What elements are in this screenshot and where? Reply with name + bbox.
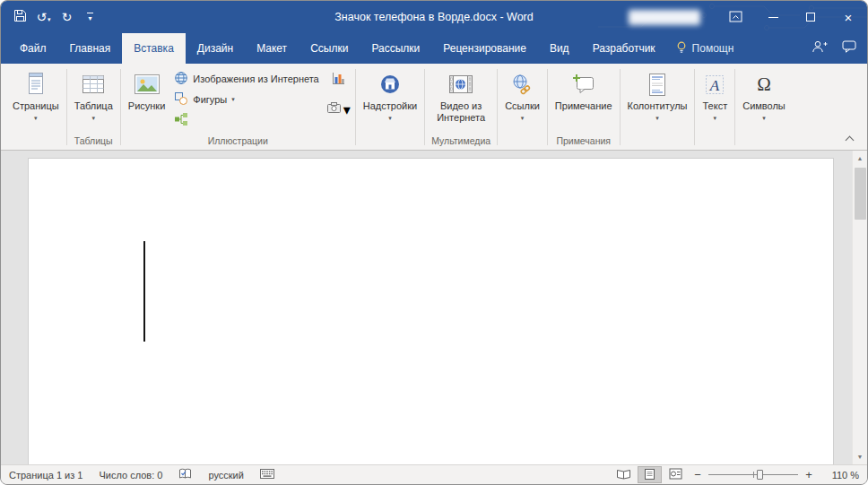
shapes-icon	[174, 91, 188, 108]
symbols-button[interactable]: Ω Символы ▾	[737, 66, 791, 122]
close-button[interactable]: ×	[829, 1, 867, 33]
screenshot-button[interactable]: ▾	[324, 100, 353, 119]
pages-button[interactable]: Страницы ▾	[7, 66, 65, 122]
text-cursor	[143, 241, 145, 342]
zoom-level-label: 110 %	[832, 470, 859, 481]
tab-layout[interactable]: Макет	[245, 33, 299, 64]
save-icon	[13, 9, 27, 25]
page-number-indicator[interactable]: Страница 1 из 1	[9, 470, 82, 481]
tables-group-label: Таблицы	[67, 134, 120, 150]
shapes-button[interactable]: Фигуры ▾	[170, 89, 322, 109]
person-plus-icon	[812, 40, 828, 56]
text-icon: А	[704, 68, 725, 100]
scroll-down-icon: ▼	[857, 454, 864, 460]
redo-button[interactable]: ↻	[56, 5, 77, 29]
tab-design[interactable]: Дизайн	[186, 33, 245, 64]
tellme-label: Помощн	[692, 42, 734, 55]
feedback-button[interactable]	[842, 40, 856, 56]
zoom-level-button[interactable]: 110 %	[818, 470, 859, 481]
addins-icon	[379, 68, 401, 100]
zoom-out-button[interactable]: −	[689, 468, 707, 481]
tab-mailings[interactable]: Рассылки	[360, 33, 431, 64]
tab-file[interactable]: Файл	[8, 33, 58, 64]
symbols-group-label	[735, 134, 793, 150]
scroll-down-button[interactable]: ▼	[853, 449, 868, 464]
proofing-book-icon	[178, 468, 192, 481]
customize-qat-caret-icon: ▾	[88, 15, 91, 22]
customize-quick-access-button[interactable]: ▾	[80, 5, 100, 29]
save-button[interactable]	[10, 5, 30, 29]
online-video-button[interactable]: Видео из Интернета	[427, 66, 495, 124]
word-window: ↺ ▾ ↻ ▾ Значок телефона в Ворде.docx - W…	[0, 0, 868, 485]
minimize-button[interactable]	[754, 1, 792, 33]
comments-group-label: Примечания	[548, 134, 620, 150]
pictures-icon	[134, 68, 161, 100]
word-count-indicator[interactable]: Число слов: 0	[99, 470, 162, 481]
new-comment-button[interactable]: Примечание	[550, 66, 618, 112]
minimize-icon	[768, 17, 778, 18]
links-button[interactable]: Ссылки ▾	[499, 66, 545, 122]
text-label: Текст	[702, 100, 727, 112]
document-page[interactable]	[28, 158, 834, 464]
pages-dropdown-icon: ▾	[34, 114, 38, 122]
smartart-button[interactable]	[170, 109, 322, 130]
minus-icon: −	[694, 468, 701, 481]
online-pictures-button[interactable]: Изображения из Интернета	[170, 68, 322, 89]
tellme-box[interactable]: Помощн	[667, 33, 743, 64]
web-layout-icon	[669, 468, 682, 481]
pictures-label: Рисунки	[128, 100, 166, 112]
ribbon-group-text: А Текст ▾	[695, 64, 734, 150]
comment-bubble-icon	[842, 40, 856, 56]
maximize-icon	[806, 13, 815, 22]
text-dropdown-icon: ▾	[714, 114, 717, 122]
table-button[interactable]: Таблица ▾	[69, 66, 118, 122]
tab-view[interactable]: Вид	[538, 33, 581, 64]
scroll-up-button[interactable]: ▲	[853, 151, 868, 166]
illustrations-group-label: Иллюстрации	[121, 134, 355, 150]
text-button[interactable]: А Текст ▾	[697, 66, 733, 122]
scroll-up-icon: ▲	[857, 155, 864, 161]
scrollbar-thumb[interactable]	[855, 168, 866, 220]
ribbon-group-links: Ссылки ▾	[498, 64, 547, 150]
zoom-in-button[interactable]: +	[800, 468, 818, 481]
language-indicator[interactable]: русский	[208, 470, 243, 481]
keyboard-indicator[interactable]	[260, 469, 274, 481]
pictures-button[interactable]: Рисунки	[123, 66, 171, 112]
zoom-slider-thumb[interactable]	[757, 470, 763, 480]
tab-home[interactable]: Главная	[58, 33, 123, 64]
header-footer-button[interactable]: Колонтитулы ▾	[622, 66, 693, 122]
maximize-button[interactable]	[792, 1, 829, 33]
proofing-status-button[interactable]	[178, 468, 192, 481]
tab-insert[interactable]: Вставка	[122, 33, 186, 64]
tab-review[interactable]: Рецензирование	[431, 33, 538, 64]
print-layout-button[interactable]	[638, 466, 662, 483]
ribbon-group-media: Видео из Интернета Мультимедиа	[425, 64, 497, 150]
addins-dropdown-icon: ▾	[388, 114, 392, 122]
header-footer-icon	[647, 68, 667, 100]
vertical-scrollbar[interactable]: ▲ ▼	[852, 151, 867, 464]
tab-references[interactable]: Ссылки	[299, 33, 360, 64]
zoom-slider[interactable]	[708, 468, 798, 481]
chart-button[interactable]	[329, 70, 348, 90]
tab-developer[interactable]: Разработчик	[581, 33, 667, 64]
window-controls: ×	[629, 1, 867, 33]
ribbon-display-icon	[729, 10, 742, 25]
web-layout-button[interactable]	[664, 466, 688, 483]
undo-button[interactable]: ↺ ▾	[33, 5, 54, 29]
sign-in-button[interactable]	[812, 40, 828, 56]
online-video-label: Видео из Интернета	[432, 100, 490, 124]
addins-group-label	[356, 134, 424, 150]
addins-label: Надстройки	[363, 100, 417, 112]
pages-icon	[26, 68, 46, 100]
ribbon-display-options-button[interactable]	[716, 1, 754, 33]
addins-button[interactable]: Надстройки ▾	[358, 66, 422, 122]
ribbon-group-header-footer: Колонтитулы ▾	[621, 64, 695, 150]
collapse-ribbon-button[interactable]	[846, 136, 855, 145]
read-mode-button[interactable]	[612, 466, 636, 483]
symbols-dropdown-icon: ▾	[762, 114, 766, 122]
text-group-label	[695, 134, 734, 150]
omega-icon: Ω	[757, 68, 771, 100]
symbols-label: Символы	[742, 100, 786, 112]
svg-text:А: А	[709, 76, 720, 93]
zoom-slider-center-notch	[753, 472, 754, 478]
